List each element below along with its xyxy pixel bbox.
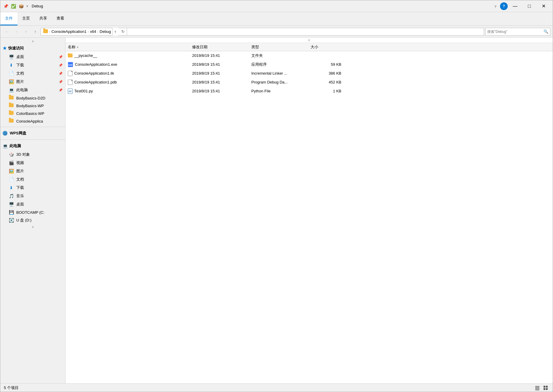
quick-access-label: 快速访问: [8, 46, 24, 51]
sidebar-item-documents[interactable]: 📄 文档 📌: [0, 69, 65, 78]
table-row[interactable]: ConsoleApplication1.ilk 2019/8/19 15:41 …: [65, 69, 553, 78]
breadcrumb-item-0[interactable]: ConsoleApplication1: [52, 29, 87, 34]
window-title: Debug: [30, 4, 492, 8]
sidebar-item-bodybasics-d2d[interactable]: BodyBasics-D2D: [0, 94, 65, 102]
search-icon[interactable]: 🔍: [544, 29, 548, 34]
up-icon: ↑: [34, 29, 36, 34]
sidebar-item-dsk[interactable]: 🖥️ 桌面: [0, 200, 65, 208]
menu-separator: ▾: [26, 4, 28, 8]
sidebar-item-music-label: 音乐: [16, 193, 24, 199]
table-row[interactable]: __pycache__ 2019/8/19 15:41 文件夹: [65, 51, 553, 60]
file-area: ∧ 名称 ∧ 修改日期 类型 大小: [65, 38, 553, 383]
sidebar-item-download[interactable]: ⬇ 下载 📌: [0, 61, 65, 69]
view-list-button[interactable]: [534, 385, 541, 391]
help-button[interactable]: ?: [500, 2, 508, 10]
file-name-3: ConsoleApplication1.pdb: [74, 80, 117, 84]
folder-icon-1: [9, 103, 14, 108]
file-type-4: Python File: [249, 89, 308, 93]
sidebar-quick-access-header[interactable]: ★ 快速访问: [0, 44, 65, 53]
tab-file[interactable]: 文件: [0, 12, 17, 25]
back-button[interactable]: ←: [3, 28, 11, 36]
file-size-1: 59 KB: [308, 62, 344, 67]
breadcrumb-item-2[interactable]: Debug: [100, 29, 111, 34]
table-row[interactable]: ConsoleApplication1.pdb 2019/8/19 15:41 …: [65, 78, 553, 87]
sidebar-wps-header[interactable]: WPS网盘: [0, 129, 65, 138]
tab-view[interactable]: 查看: [52, 12, 69, 25]
sidebar-item-dl[interactable]: ⬇ 下载: [0, 184, 65, 192]
file-type-1: 应用程序: [249, 62, 308, 67]
video-icon: 🎬: [9, 160, 14, 165]
col-header-date[interactable]: 修改日期: [190, 44, 249, 50]
file-type-0: 文件夹: [249, 53, 308, 58]
maximize-button[interactable]: □: [523, 2, 536, 11]
sidebar-item-usb[interactable]: 💽 U 盘 (D:): [0, 216, 65, 224]
folder-icon-0: [9, 96, 14, 100]
sidebar-item-music[interactable]: 🎵 音乐: [0, 192, 65, 200]
sidebar-item-bodybasics-wp[interactable]: BodyBasics-WP: [0, 102, 65, 110]
sort-arrow-top[interactable]: ∧: [65, 38, 553, 43]
sidebar-item-doc[interactable]: 📄 文档: [0, 175, 65, 184]
generic-icon-ilk: [68, 71, 73, 76]
svg-rect-3: [535, 387, 539, 388]
col-header-name[interactable]: 名称 ∧: [65, 44, 190, 50]
breadcrumb-item-1[interactable]: x64: [90, 29, 96, 34]
sidebar-item-consoleapplica-label: ConsoleApplica: [16, 119, 43, 123]
svg-rect-7: [546, 386, 548, 388]
tab-home[interactable]: 主页: [17, 12, 35, 25]
tab-share[interactable]: 共享: [35, 12, 52, 25]
pc-section-icon: 💻: [3, 144, 8, 148]
ribbon-collapse-button[interactable]: ∨: [492, 4, 499, 8]
tab-home-label: 主页: [22, 16, 30, 21]
sidebar-item-usb-label: U 盘 (D:): [16, 218, 31, 223]
file-name-cell-4: py Test001.py: [65, 89, 190, 94]
sidebar-item-bootcamp-label: BOOTCAMP (C:: [16, 210, 44, 215]
breadcrumb-refresh[interactable]: ↻: [119, 28, 127, 36]
pin-icon: 📌: [3, 3, 9, 9]
sidebar-item-thispc[interactable]: 💻 此电脑 📌: [0, 86, 65, 94]
pin-indicator: 📌: [59, 80, 63, 84]
sidebar-item-consoleapplica[interactable]: ConsoleApplica: [0, 117, 65, 125]
sidebar-item-bodybasics-wp-label: BodyBasics-WP: [16, 104, 44, 108]
table-row[interactable]: py Test001.py 2019/8/19 15:41 Python Fil…: [65, 87, 553, 96]
pin-indicator: 📌: [59, 55, 63, 59]
window: 📌 ✅ 📦 ▾ Debug ∨ ? — □ ✕ 文件 主页 共享 查看 ← →: [0, 0, 553, 392]
col-date-label: 修改日期: [192, 45, 208, 49]
breadcrumb-dropdown[interactable]: ∨: [112, 28, 118, 36]
up-button[interactable]: ↑: [31, 28, 39, 36]
tab-share-label: 共享: [39, 16, 47, 21]
svg-rect-5: [535, 390, 539, 390]
sidebar-item-documents-label: 文档: [16, 71, 24, 76]
sidebar-item-colorbasics-wp[interactable]: ColorBasics-WP: [0, 110, 65, 117]
dsk-icon: 🖥️: [9, 202, 14, 207]
sidebar-item-video[interactable]: 🎬 视频: [0, 159, 65, 167]
pin-indicator: 📌: [59, 63, 63, 67]
pc-label: 此电脑: [9, 143, 21, 149]
search-input[interactable]: [487, 30, 544, 34]
view-details-button[interactable]: [542, 385, 549, 391]
bootcamp-icon: 💾: [9, 210, 14, 215]
breadcrumb-label-0: ConsoleApplication1: [52, 29, 87, 34]
sidebar-item-pic[interactable]: 🖼️ 图片: [0, 167, 65, 175]
sidebar-pc-header[interactable]: 💻 此电脑: [0, 142, 65, 150]
col-header-size[interactable]: 大小: [308, 44, 344, 50]
sidebar-item-bootcamp[interactable]: 💾 BOOTCAMP (C:: [0, 208, 65, 216]
file-name-0: __pycache__: [74, 53, 97, 58]
sidebar-item-3d[interactable]: 🎲 3D 对象: [0, 150, 65, 159]
file-type-3: Program Debug Da...: [249, 80, 308, 84]
check-icon: ✅: [10, 3, 16, 9]
sidebar-item-desktop[interactable]: 🖥️ 桌面 📌: [0, 53, 65, 61]
recent-locations-button[interactable]: ∨: [22, 28, 30, 36]
close-button[interactable]: ✕: [537, 2, 550, 11]
sidebar-scroll-up[interactable]: ∧: [0, 39, 65, 44]
sidebar-scroll-down[interactable]: ∨: [0, 224, 65, 229]
main-area: ∧ ★ 快速访问 🖥️ 桌面 📌 ⬇ 下载 📌 📄 文档 📌: [0, 38, 553, 383]
svg-text:EXE: EXE: [68, 64, 73, 66]
folder-icon-2: [9, 111, 14, 116]
col-header-type[interactable]: 类型: [249, 44, 308, 50]
svg-rect-6: [544, 386, 545, 388]
sidebar-item-pictures[interactable]: 🖼️ 图片 📌: [0, 78, 65, 86]
forward-button[interactable]: →: [12, 28, 20, 36]
minimize-button[interactable]: —: [508, 2, 522, 11]
table-row[interactable]: EXE ConsoleApplication1.exe 2019/8/19 15…: [65, 60, 553, 69]
doc-icon: 📄: [9, 177, 14, 182]
